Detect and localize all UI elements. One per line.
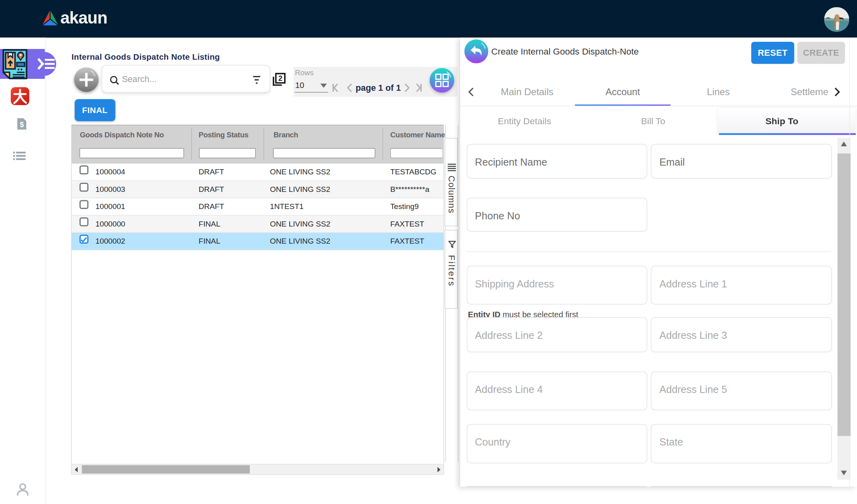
svg-text:2: 2 bbox=[278, 74, 282, 82]
svg-text:$: $ bbox=[20, 121, 24, 129]
